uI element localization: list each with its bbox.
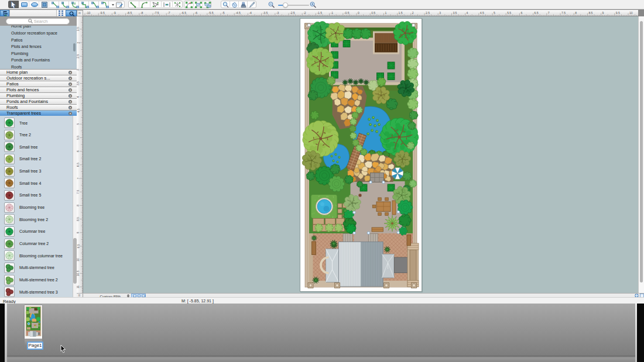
svg-text:7.5: 7.5 [77,190,80,194]
svg-text:4: 4 [77,96,80,98]
svg-text:7: 7 [77,177,80,179]
svg-text:3: 3 [77,69,80,71]
svg-text:-4.5: -4.5 [235,11,241,15]
svg-text:-1: -1 [330,11,333,15]
svg-text:-2.5: -2.5 [290,11,295,15]
svg-text:5: 5 [77,123,80,125]
svg-text:-7.5: -7.5 [154,11,159,15]
svg-text:7.5: 7.5 [561,11,566,15]
svg-text:9: 9 [77,232,80,233]
svg-text:-5.5: -5.5 [208,11,213,15]
svg-text:3.5: 3.5 [77,81,80,85]
svg-text:-7: -7 [167,11,170,15]
svg-text:0.5: 0.5 [371,11,375,15]
svg-text:10: 10 [629,11,633,15]
svg-text:6.5: 6.5 [77,163,80,167]
svg-text:9: 9 [602,11,604,15]
svg-text:4: 4 [466,11,468,15]
svg-text:1: 1 [385,11,386,15]
svg-text:11: 11 [77,285,80,288]
svg-text:6.5: 6.5 [534,11,538,15]
svg-text:4.5: 4.5 [77,108,80,112]
svg-text:-2: -2 [303,11,306,15]
svg-text:-6.5: -6.5 [181,11,186,15]
svg-text:-4: -4 [249,11,252,15]
svg-text:-5: -5 [222,11,225,15]
svg-text:8: 8 [575,11,577,15]
svg-text:2.5: 2.5 [426,11,430,15]
svg-text:-8: -8 [140,11,143,15]
svg-text:3: 3 [439,11,441,15]
svg-text:-10: -10 [86,11,90,15]
svg-text:4.5: 4.5 [479,11,484,15]
svg-text:-3: -3 [276,11,279,15]
svg-text:1.5: 1.5 [398,11,402,15]
svg-text:-8.5: -8.5 [126,11,132,15]
svg-text:5: 5 [494,11,495,15]
svg-text:5.5: 5.5 [507,11,511,15]
svg-text:5.5: 5.5 [77,136,80,140]
svg-text:8.5: 8.5 [77,217,80,221]
svg-text:8.5: 8.5 [588,11,592,15]
svg-text:10: 10 [77,258,80,261]
svg-text:-1.5: -1.5 [317,11,322,15]
svg-text:10.5: 10.5 [77,270,80,276]
svg-text:9.5: 9.5 [77,244,80,248]
svg-text:-3.5: -3.5 [262,11,268,15]
svg-text:-9.5: -9.5 [100,11,105,15]
svg-text:8: 8 [77,205,80,206]
svg-text:6: 6 [520,11,522,15]
svg-text:-9: -9 [113,11,116,15]
svg-text:2: 2 [412,11,413,15]
svg-text:1.5: 1.5 [77,27,80,31]
svg-text:-0.5: -0.5 [344,11,349,15]
svg-text:-6: -6 [194,11,197,15]
svg-text:9.5: 9.5 [615,11,619,15]
svg-text:0: 0 [358,11,359,15]
svg-text:2.5: 2.5 [77,54,80,58]
svg-text:7: 7 [547,11,549,15]
svg-text:3.5: 3.5 [453,11,457,15]
svg-text:2: 2 [77,42,80,43]
svg-text:6: 6 [77,150,80,152]
